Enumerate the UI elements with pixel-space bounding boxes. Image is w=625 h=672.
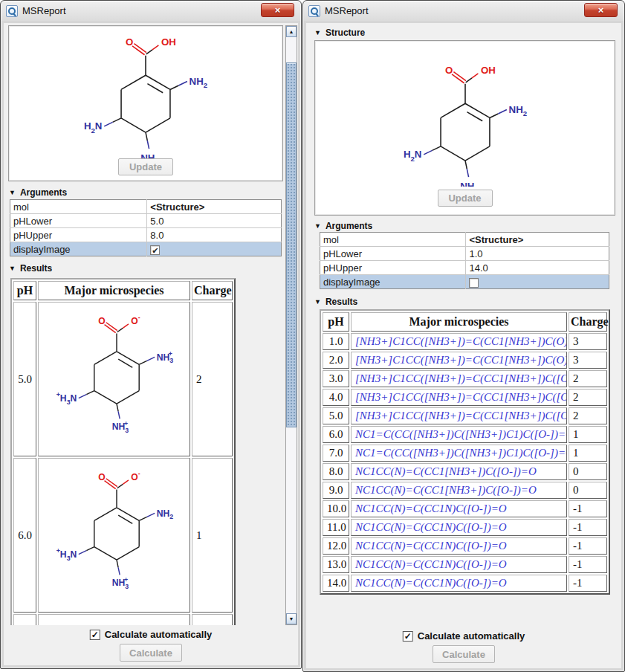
ph-value: 10.0 [323,500,349,517]
major-microspecies-smiles: NC1CC(N)=C(CC1N)C([O-])=O [351,519,567,536]
ph-value [13,614,36,625]
window-title: MSReport [325,5,369,16]
major-microspecies-smiles: [NH3+]C1CC([NH3+])=C(CC1[NH3+])C(O)=O [351,333,567,350]
arguments-section-header[interactable]: ▼ Arguments [9,187,67,198]
calculate-button[interactable]: Calculate [433,645,495,663]
argument-row-pHLower[interactable]: pHLower5.0 [10,214,282,228]
structure-section-header[interactable]: ▼ Structure [314,28,365,38]
ph-value: 2.0 [323,352,349,369]
display-image-checkbox-unchecked[interactable] [469,278,479,288]
major-microspecies-smiles: NC1=C(CC([NH3+])C([NH3+])C1)C([O-])=O [351,426,567,443]
close-icon: × [598,5,604,15]
svg-text:NH2: NH2 [508,104,527,117]
major-microspecies-smiles: [NH3+]C1CC([NH3+])=C(CC1[NH3+])C([O-])=O [351,370,567,387]
arrow-up-icon: ▲ [289,29,294,34]
title-bar[interactable]: MSReport × [303,1,624,21]
argument-value [466,275,609,289]
ph-value: 5.0 [323,407,349,424]
svg-text:+H3N: +H3N [56,547,77,562]
calculate-automatically-checkbox[interactable]: ✓ Calculate automatically [90,629,213,640]
bottom-bar: ✓ Calculate automatically Calculate [1,626,300,668]
molecule-structure-image: OOHNH2H2NNH2 [385,56,545,187]
argument-row-pHLower[interactable]: pHLower1.0 [320,247,609,261]
results-row [13,614,233,625]
argument-value: ✔ [147,242,282,256]
ph-value: 6.0 [13,458,36,613]
svg-text:NH2: NH2 [157,508,174,521]
charge-value: 2 [192,302,233,456]
bottom-bar: ✓ Calculate automatically Calculate [304,627,624,671]
major-microspecies-smiles: NC1CC(N)=C(CC1N)C([O-])=O [351,537,567,555]
argument-row-mol[interactable]: mol<Structure> [320,233,609,247]
major-microspecies-smiles: NC1CC(N)=C(CC1N)C([O-])=O [351,556,567,573]
argument-name: mol [10,200,147,214]
svg-text:+H3N: +H3N [56,391,77,406]
results-section-header[interactable]: ▼ Results [9,263,52,274]
msreport-window-left: MSReport × OOHNH2H2NNH2 Update ▼ Argumen… [0,0,302,669]
molecule-structure-image: OOHNH2H2NNH2 [65,28,226,158]
svg-text:O-: O- [131,314,140,326]
results-header-major-microspecies: Major microspecies [351,312,567,332]
major-microspecies-smiles: NC1=C(CC([NH3+])C([NH3+])C1)C([O-])=O [351,445,567,462]
ph-value: 7.0 [323,445,349,462]
scroll-down-button[interactable]: ▼ [286,613,297,624]
major-microspecies-cell [38,614,190,625]
update-button[interactable]: Update [438,190,493,207]
results-section-header[interactable]: ▼ Results [314,297,357,307]
collapse-triangle-icon: ▼ [314,223,321,230]
close-icon: × [275,5,281,15]
argument-row-displayImage[interactable]: displayImage✔ [10,242,282,256]
calculate-automatically-checkbox[interactable]: ✓ Calculate automatically [403,630,525,642]
results-row: 5.0[NH3+]C1CC([NH3+])=C(CC1[NH3+])C([O-]… [323,407,607,424]
major-microspecies-smiles: NC1CC(N)=C(CC1N)C([O-])=O [351,500,567,517]
charge-value: 1 [569,426,607,443]
close-button[interactable]: × [261,3,294,17]
ph-value: 5.0 [13,302,36,456]
results-row: 7.0NC1=C(CC([NH3+])C([NH3+])C1)C([O-])=O… [323,445,607,462]
argument-name: pHUpper [10,228,147,242]
msreport-window-right: MSReport × ▼ Structure OOHNH2H2NNH2 Upda… [302,0,625,672]
svg-text:O: O [98,472,105,482]
argument-value: 8.0 [147,228,282,242]
results-row: 13.0NC1CC(N)=C(CC1N)C([O-])=O-1 [323,556,607,573]
scrollbar-thumb[interactable] [286,62,297,427]
arguments-section-header[interactable]: ▼ Arguments [314,221,372,231]
argument-name: pHLower [10,214,147,228]
argument-value: 1.0 [466,247,609,261]
major-microspecies-smiles: [NH3+]C1CC([NH3+])=C(CC1[NH3+])C([O-])=O [351,407,567,424]
scroll-up-button[interactable]: ▲ [286,26,297,37]
collapse-triangle-icon: ▼ [314,299,321,306]
results-header-ph: pH [323,312,349,332]
results-row: 2.0[NH3+]C1CC([NH3+])=C(CC1[NH3+])C(O)=O… [323,352,607,369]
argument-row-pHUpper[interactable]: pHUpper8.0 [10,228,282,242]
svg-text:NH2: NH2 [140,152,159,158]
argument-row-displayImage[interactable]: displayImage [320,275,609,289]
scroll-viewport: OOHNH2H2NNH2 Update ▼ Arguments mol<Stru… [6,25,284,625]
svg-text:OH: OH [161,36,176,48]
argument-name: pHUpper [320,261,466,275]
close-button[interactable]: × [584,3,618,17]
collapse-triangle-icon: ▼ [9,190,16,196]
vertical-scrollbar[interactable]: ▲ ▼ [285,25,297,625]
results-row: 10.0NC1CC(N)=C(CC1N)C([O-])=O-1 [323,500,607,517]
argument-row-pHUpper[interactable]: pHUpper14.0 [320,261,609,275]
display-image-checkbox-checked[interactable]: ✔ [150,245,160,255]
calculate-button[interactable]: Calculate [120,644,182,662]
collapse-triangle-icon: ▼ [314,30,321,36]
structure-panel: OOHNH2H2NNH2 Update [314,40,615,216]
ph-value: 9.0 [323,482,349,499]
title-bar[interactable]: MSReport × [1,1,301,21]
results-header-major-microspecies: Major microspecies [38,281,190,300]
ph-value: 4.0 [323,389,349,406]
argument-name: displayImage [320,275,466,289]
microspecies-structure-image: OO-NH2+H3NNH3+ [42,460,190,607]
charge-value [192,614,233,625]
svg-text:O: O [126,36,133,48]
results-header-charge: Charge [569,312,607,332]
argument-row-mol[interactable]: mol<Structure> [10,200,282,214]
results-row: 5.0OO-NH3++H3NNH3+2 [13,302,233,456]
major-microspecies-smiles: NC1CC(N)=C(CC1[NH3+])C([O-])=O [351,463,567,480]
major-microspecies-smiles: NC1CC(N)=C(CC1[NH3+])C([O-])=O [351,482,567,499]
update-button[interactable]: Update [118,158,173,175]
svg-text:H2N: H2N [403,149,421,162]
